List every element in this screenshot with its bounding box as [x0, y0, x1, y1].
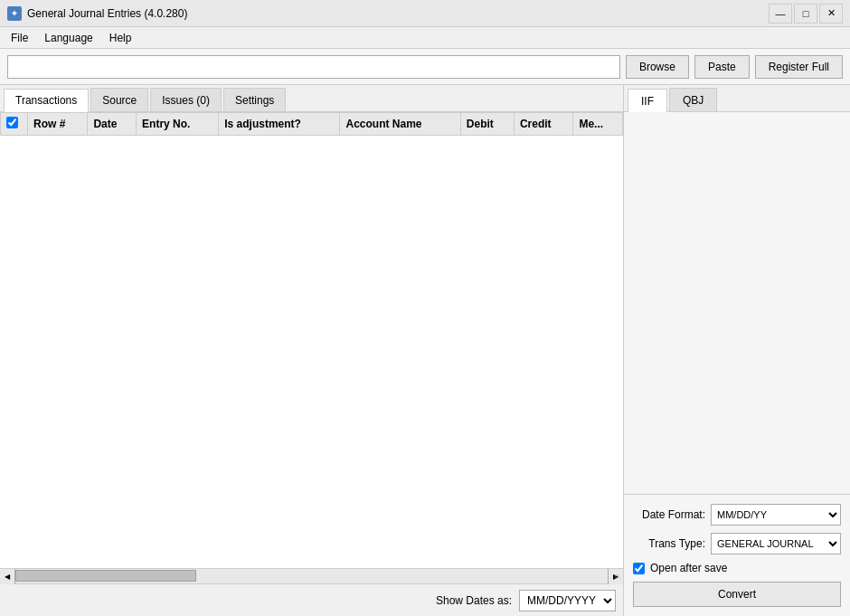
paste-button[interactable]: Paste	[694, 55, 750, 79]
scroll-indicator: ○	[614, 571, 619, 581]
tab-issues[interactable]: Issues (0)	[150, 88, 222, 111]
window-title: General Journal Entries (4.0.280)	[27, 7, 187, 20]
select-all-checkbox[interactable]	[6, 117, 18, 128]
col-header-memo: Me...	[573, 113, 623, 136]
tab-iif[interactable]: IIF	[628, 89, 667, 112]
tab-qbj[interactable]: QBJ	[669, 88, 717, 111]
date-format-label: Date Format:	[633, 508, 705, 521]
menu-file[interactable]: File	[4, 30, 35, 46]
convert-button[interactable]: Convert	[633, 582, 841, 607]
show-dates-select[interactable]: MM/DD/YYYY DD/MM/YYYY YYYY/MM/DD	[519, 590, 616, 611]
col-header-debit: Debit	[460, 113, 514, 136]
h-scroll-track[interactable]	[15, 569, 608, 583]
tab-transactions[interactable]: Transactions	[4, 89, 89, 112]
scroll-left-arrow[interactable]: ◀	[0, 569, 15, 584]
tab-settings[interactable]: Settings	[223, 88, 286, 111]
h-scrollbar-container[interactable]: ◀ ▶ ○	[0, 568, 623, 583]
right-bottom-controls: Date Format: MM/DD/YY DD/MM/YY YYYY/MM/D…	[624, 494, 850, 616]
right-panel: IIF QBJ Date Format: MM/DD/YY DD/MM/YY Y…	[624, 85, 850, 616]
col-header-entry-no: Entry No.	[137, 113, 219, 136]
transactions-table-container: Row # Date Entry No. Is adjustment? Acco…	[0, 112, 623, 568]
app-icon: ✦	[7, 6, 22, 21]
col-header-date: Date	[88, 113, 137, 136]
left-panel: Transactions Source Issues (0) Settings	[0, 85, 624, 616]
register-full-button[interactable]: Register Full	[755, 55, 843, 79]
browse-button[interactable]: Browse	[626, 55, 689, 79]
window-controls: — □ ✕	[769, 4, 843, 24]
file-path-input[interactable]	[7, 55, 620, 79]
minimize-button[interactable]: —	[769, 4, 792, 24]
title-bar: ✦ General Journal Entries (4.0.280) — □ …	[0, 0, 850, 27]
open-after-save-row: Open after save	[633, 562, 841, 574]
table-header-row: Row # Date Entry No. Is adjustment? Acco…	[1, 113, 623, 136]
show-dates-label: Show Dates as:	[436, 594, 512, 607]
title-bar-left: ✦ General Journal Entries (4.0.280)	[7, 6, 187, 21]
menu-language[interactable]: Language	[37, 30, 99, 46]
col-header-checkbox[interactable]	[1, 113, 28, 136]
bottom-toolbar: Show Dates as: MM/DD/YYYY DD/MM/YYYY YYY…	[0, 583, 623, 616]
right-content-area	[624, 112, 850, 494]
maximize-button[interactable]: □	[794, 4, 817, 24]
col-header-account-name: Account Name	[340, 113, 460, 136]
menu-help[interactable]: Help	[102, 30, 139, 46]
open-after-save-label: Open after save	[650, 562, 727, 574]
close-button[interactable]: ✕	[819, 4, 843, 24]
menu-bar: File Language Help	[0, 27, 850, 49]
transactions-table: Row # Date Entry No. Is adjustment? Acco…	[0, 112, 623, 136]
trans-type-select[interactable]: GENERAL JOURNAL INVOICE PAYMENT	[711, 533, 841, 554]
main-area: Transactions Source Issues (0) Settings	[0, 85, 850, 616]
trans-type-label: Trans Type:	[633, 537, 705, 550]
toolbar: Browse Paste Register Full	[0, 49, 850, 85]
h-scroll-thumb[interactable]	[15, 570, 196, 582]
tab-source[interactable]: Source	[90, 88, 148, 111]
col-header-credit: Credit	[514, 113, 573, 136]
open-after-save-checkbox[interactable]	[633, 563, 645, 574]
date-format-row: Date Format: MM/DD/YY DD/MM/YY YYYY/MM/D…	[633, 504, 841, 526]
right-tabs: IIF QBJ	[624, 85, 850, 112]
left-tabs: Transactions Source Issues (0) Settings	[0, 85, 623, 112]
col-header-is-adjustment: Is adjustment?	[219, 113, 340, 136]
col-header-row: Row #	[28, 113, 88, 136]
trans-type-row: Trans Type: GENERAL JOURNAL INVOICE PAYM…	[633, 533, 841, 554]
date-format-select[interactable]: MM/DD/YY DD/MM/YY YYYY/MM/DD	[711, 504, 841, 526]
